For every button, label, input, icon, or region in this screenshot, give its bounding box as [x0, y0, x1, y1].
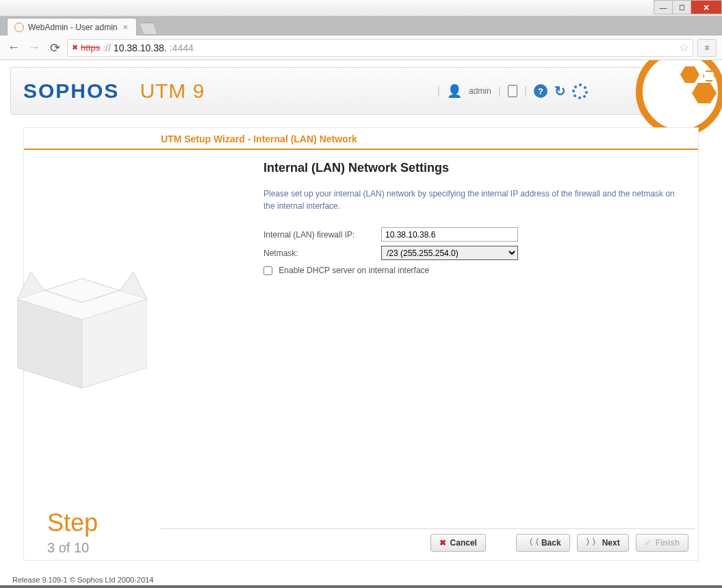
url-protocol: https	[81, 42, 100, 53]
window-titlebar: — ◻ ×	[0, 0, 722, 16]
check-icon: ✔	[645, 538, 652, 548]
browser-tab[interactable]: WebAdmin - User admin ×	[7, 18, 137, 36]
next-button-label: Next	[602, 538, 620, 548]
firewall-ip-input[interactable]	[381, 227, 518, 242]
back-button[interactable]: 〈〈 Back	[516, 534, 570, 552]
refresh-icon[interactable]: ↻	[554, 83, 566, 99]
username-label: admin	[469, 86, 491, 96]
address-bar[interactable]: ✖ https :// 10.38.10.38. :4444 ☆	[67, 39, 693, 57]
wizard-content: Internal (LAN) Network Settings Please s…	[161, 149, 695, 527]
release-label: Release 9.109-1 © Sophos Ltd 2000-2014	[12, 576, 153, 584]
globe-icon	[14, 23, 24, 32]
product-name: UTM 9	[140, 79, 205, 103]
finish-button[interactable]: ✔ Finish	[636, 534, 688, 552]
app-header: SOPHOS UTM 9 | 👤 admin | | ? ↻	[10, 67, 712, 115]
brand-badge-icon	[636, 60, 722, 136]
section-description: Please set up your internal (LAN) networ…	[263, 188, 679, 212]
url-host: 10.38.10.38.	[114, 42, 167, 53]
netmask-select[interactable]: /23 (255.255.254.0)	[381, 246, 518, 260]
x-icon: ✖	[439, 538, 446, 548]
url-separator: ://	[103, 42, 111, 53]
url-port: :4444	[170, 42, 194, 53]
forward-button[interactable]: →	[26, 40, 42, 56]
firewall-ip-label: Internal (LAN) firewall IP:	[263, 230, 381, 240]
step-counter: 3 of 10	[47, 540, 98, 556]
brand-logo: SOPHOS	[23, 79, 119, 103]
cancel-button-label: Cancel	[450, 538, 477, 548]
back-button-label: Back	[541, 538, 561, 548]
chevron-right-icon: 〉〉	[586, 537, 598, 548]
window-maximize-button[interactable]: ◻	[672, 0, 691, 14]
netmask-label: Netmask:	[263, 248, 381, 258]
back-button[interactable]: ←	[5, 40, 22, 56]
step-label: Step	[47, 509, 98, 537]
next-button[interactable]: 〉〉 Next	[577, 534, 629, 552]
wizard-sidebar: Step 3 of 10	[24, 149, 161, 560]
user-icon: 👤	[447, 84, 462, 99]
dhcp-checkbox[interactable]	[263, 266, 272, 275]
browser-toolbar: ← → ⟳ ✖ https :// 10.38.10.38. :4444 ☆ ≡	[0, 36, 722, 60]
tab-title: WebAdmin - User admin	[28, 23, 118, 32]
os-taskbar	[0, 585, 722, 588]
reload-button[interactable]: ⟳	[47, 40, 63, 56]
separator: |	[498, 85, 501, 97]
wizard-title: UTM Setup Wizard - Internal (LAN) Networ…	[24, 128, 698, 150]
finish-button-label: Finish	[656, 538, 680, 548]
clipboard-icon[interactable]	[508, 85, 517, 97]
wizard-panel: UTM Setup Wizard - Internal (LAN) Networ…	[23, 127, 699, 561]
bookmark-star-icon[interactable]: ☆	[679, 41, 688, 54]
ssl-warning-icon: ✖	[72, 43, 78, 52]
loading-dots-icon	[573, 84, 588, 99]
section-title: Internal (LAN) Network Settings	[263, 161, 679, 175]
window-minimize-button[interactable]: —	[654, 0, 673, 14]
separator: |	[437, 85, 440, 97]
wizard-footer: ✖ Cancel 〈〈 Back 〉〉 Next ✔ Finish	[161, 528, 695, 556]
help-icon[interactable]: ?	[534, 84, 547, 98]
cancel-button[interactable]: ✖ Cancel	[430, 534, 486, 552]
window-close-button[interactable]: ×	[691, 0, 722, 14]
new-tab-button[interactable]	[139, 23, 159, 35]
dhcp-label: Enable DHCP server on internal interface	[279, 266, 429, 275]
close-icon[interactable]: ×	[122, 22, 130, 32]
chevron-left-icon: 〈〈	[525, 537, 537, 548]
box-illustration-icon	[17, 258, 147, 395]
browser-tabbar: WebAdmin - User admin ×	[0, 16, 722, 36]
separator: |	[524, 85, 527, 97]
browser-menu-button[interactable]: ≡	[697, 39, 717, 57]
